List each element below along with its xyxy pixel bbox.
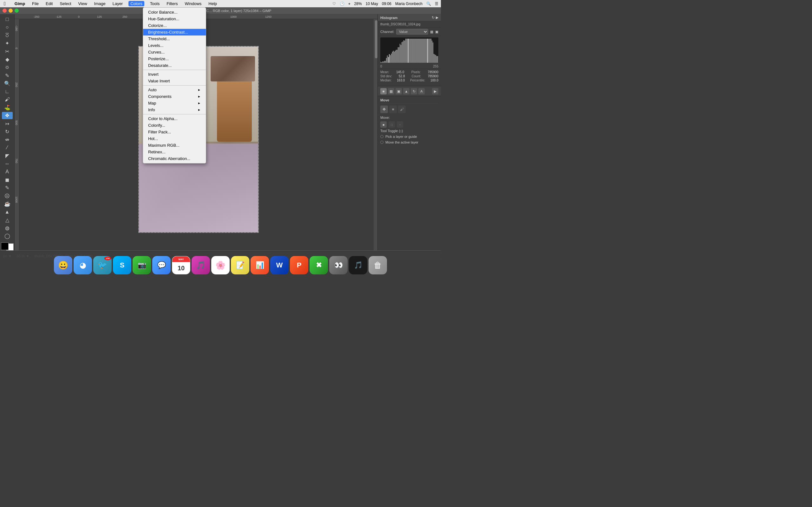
menu-map[interactable]: Map ► <box>143 100 206 107</box>
tool-rotate[interactable]: ↻ <box>2 128 13 135</box>
tool-paths[interactable]: ⛭ <box>2 64 13 71</box>
menubar-tools[interactable]: Tools <box>149 1 161 6</box>
option-move-active[interactable]: Move the active layer <box>380 140 438 144</box>
menu-auto[interactable]: Auto ► <box>143 87 206 93</box>
tool-tab-paths[interactable]: ▲ <box>403 88 409 95</box>
channel-select[interactable]: Value Red Green Blue <box>396 29 428 35</box>
menu-desaturate[interactable]: Desaturate... <box>143 62 206 69</box>
radio-pick-layer[interactable] <box>380 135 384 138</box>
search-icon[interactable]: 🔍 <box>426 2 431 6</box>
dock-safari[interactable]: ◕ <box>73 256 92 274</box>
tool-paint[interactable]: ✎ <box>2 72 13 79</box>
tool-text[interactable]: A <box>2 168 13 176</box>
radio-move-active[interactable] <box>380 141 384 144</box>
tool-tab-toolbox[interactable]: ■ <box>380 88 387 95</box>
menubar-image[interactable]: Image <box>93 1 107 6</box>
notification-icon[interactable]: ☰ <box>435 2 438 6</box>
menu-color-to-alpha[interactable]: Color to Alpha... <box>143 115 206 122</box>
menu-hue-saturation[interactable]: Hue-Saturation... <box>143 15 206 22</box>
dock-music[interactable]: 🎵 <box>349 256 367 274</box>
maximize-button[interactable] <box>14 9 19 13</box>
tool-free-select[interactable]: ⛣ <box>2 32 13 39</box>
minimize-button[interactable] <box>9 9 13 13</box>
tool-perspective[interactable]: ◤ <box>2 152 13 159</box>
tool-rectangle-select[interactable]: □ <box>2 15 13 23</box>
dock-facetime[interactable]: 📷 <box>133 256 151 274</box>
tool-shear[interactable]: ∕ <box>2 144 13 152</box>
menubar-windows[interactable]: Windows <box>184 1 203 6</box>
tool-ink[interactable]: ☕ <box>2 200 13 208</box>
menu-brightness-contrast[interactable]: Brightness-Contrast... <box>143 29 206 36</box>
menu-filter-pack[interactable]: Filter Pack... <box>143 129 206 135</box>
apple-menu[interactable]:  <box>3 1 7 7</box>
tool-fill[interactable]: ◼ <box>2 176 13 183</box>
tool-airbrush[interactable]: ☹ <box>2 192 13 200</box>
tool-color-picker[interactable]: 🖌 <box>2 96 13 103</box>
tool-scissors[interactable]: ✂ <box>2 48 13 55</box>
menu-color-balance[interactable]: Color Balance... <box>143 9 206 15</box>
menu-value-invert[interactable]: Value Invert <box>143 78 206 84</box>
scrollbar-v-thumb[interactable] <box>375 20 377 58</box>
menu-colorify[interactable]: Colorify... <box>143 122 206 129</box>
menubar-edit[interactable]: Edit <box>44 1 54 6</box>
menubar-file[interactable]: File <box>31 1 40 6</box>
move-tab-1[interactable]: ✥ <box>380 106 388 113</box>
menubar-help[interactable]: Help <box>207 1 218 6</box>
tool-smudge[interactable]: ◯ <box>2 232 13 239</box>
move-type-path[interactable]: ▫ <box>397 121 403 128</box>
tool-crop[interactable]: ⛳ <box>2 104 13 111</box>
menu-curves[interactable]: Curves... <box>143 49 206 55</box>
option-pick-layer[interactable]: Pick a layer or guide <box>380 135 438 138</box>
menubar-layer[interactable]: Layer <box>111 1 124 6</box>
menu-levels[interactable]: Levels... <box>143 42 206 49</box>
tool-tab-fonts[interactable]: A <box>418 88 425 95</box>
dock-messages[interactable]: 💬 <box>152 256 171 274</box>
tool-tab-channels[interactable]: ▣ <box>396 88 402 95</box>
dock-crossover[interactable]: ✖ <box>310 256 328 274</box>
histogram-view-btn2[interactable]: ▣ <box>435 30 438 34</box>
tool-flip[interactable]: ↔ <box>2 160 13 167</box>
tool-align[interactable]: ↣ <box>2 120 13 127</box>
menubar-select[interactable]: Select <box>58 1 72 6</box>
dock-calendar[interactable]: MAY 10 <box>172 256 190 274</box>
dock-tweetbot[interactable]: 🐦 150 <box>93 256 112 274</box>
menubar-filters[interactable]: Filters <box>165 1 179 6</box>
tool-clone[interactable]: ▲ <box>2 208 13 216</box>
tool-heal[interactable]: △ <box>2 216 13 224</box>
menu-colorize[interactable]: Colorize... <box>143 22 206 29</box>
menu-hot[interactable]: Hot... <box>143 135 206 142</box>
menubar-view[interactable]: View <box>77 1 89 6</box>
menubar-gimp[interactable]: Gimp <box>13 1 26 6</box>
histogram-view-btn1[interactable]: ▦ <box>430 30 433 34</box>
move-tab-3[interactable]: 🖌 <box>398 106 406 113</box>
dock-trash[interactable]: 🗑 <box>368 256 387 274</box>
menu-components[interactable]: Components ► <box>143 93 206 100</box>
tool-tab-expand[interactable]: ▶ <box>432 88 438 95</box>
dock-skype[interactable]: S <box>113 256 131 274</box>
foreground-color-swatch[interactable] <box>1 242 9 250</box>
menu-chromatic-aberration[interactable]: Chromatic Aberration... <box>143 155 206 162</box>
tool-move[interactable]: ✥ <box>2 112 13 119</box>
close-button[interactable] <box>3 9 7 13</box>
tool-pencil[interactable]: ✎ <box>2 184 13 191</box>
menu-posterize[interactable]: Posterize... <box>143 55 206 62</box>
tool-measure[interactable]: ∟ <box>2 88 13 95</box>
menu-maximum-rgb[interactable]: Maximum RGB... <box>143 142 206 149</box>
dock-photos[interactable]: 🌸 <box>211 256 230 274</box>
histogram-expand[interactable]: ▶ <box>436 15 438 20</box>
tool-ellipse-select[interactable]: ○ <box>2 23 13 31</box>
tool-foreground-select[interactable]: ◆ <box>2 56 13 63</box>
menu-retinex[interactable]: Retinex... <box>143 149 206 155</box>
tool-tab-history[interactable]: ↻ <box>411 88 417 95</box>
tool-fuzzy-select[interactable]: ✦ <box>2 40 13 47</box>
menu-info[interactable]: Info ► <box>143 107 206 113</box>
move-tab-2[interactable]: ■ <box>389 106 397 113</box>
dock-gimp[interactable]: 👀 <box>329 256 348 274</box>
dock-powerpoint[interactable]: P <box>290 256 308 274</box>
menubar-colors[interactable]: Colors <box>129 1 144 6</box>
menu-threshold[interactable]: Threshold... <box>143 36 206 42</box>
dock-finder[interactable]: 😀 <box>54 256 72 274</box>
scrollbar-vertical[interactable] <box>374 19 377 256</box>
tool-magnify[interactable]: 🔍 <box>2 80 13 87</box>
move-type-layer[interactable]: ■ <box>380 121 387 128</box>
